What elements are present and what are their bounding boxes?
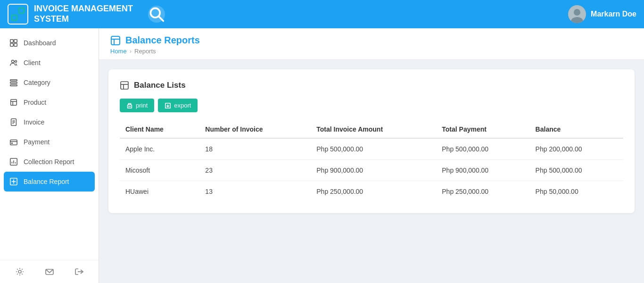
content-area: Balance Reports Home › Reports Balance L…: [99, 28, 644, 283]
print-label: print: [136, 102, 148, 109]
table-row: HUawei13Php 250,000.00Php 250,000.00Php …: [120, 181, 623, 202]
logout-icon: [74, 267, 84, 276]
col-client-name: Client Name: [120, 121, 199, 138]
mail-icon: [45, 267, 54, 276]
sidebar-label-payment: Payment: [24, 138, 50, 146]
collection-report-icon: [9, 158, 18, 166]
table-header-row: Client Name Number of Invoice Total Invo…: [120, 121, 623, 138]
svg-rect-16: [10, 82, 17, 83]
table-cell: HUawei: [120, 181, 199, 202]
table-cell: Php 250,000.00: [436, 181, 529, 202]
export-icon: [165, 102, 171, 109]
sidebar-item-balance-report[interactable]: Balance Report: [4, 172, 95, 191]
category-icon: [9, 78, 18, 87]
svg-line-5: [159, 17, 163, 21]
table-cell: Micosoft: [120, 160, 199, 181]
table-cell: 23: [199, 160, 311, 181]
svg-point-35: [18, 270, 21, 273]
card-title: Balance Lists: [120, 81, 623, 90]
app-name: INVOICE MANAGEMENT SYSTEM: [34, 4, 133, 24]
sidebar-label-balance-report: Balance Report: [24, 178, 69, 185]
export-button[interactable]: export: [158, 99, 198, 112]
svg-point-27: [12, 143, 13, 144]
sidebar-label-invoice: Invoice: [24, 118, 44, 126]
sidebar: Dashboard Client Category: [0, 28, 99, 283]
sidebar-item-product[interactable]: Product: [0, 92, 99, 112]
client-icon: [9, 58, 18, 67]
breadcrumb-home[interactable]: Home: [110, 48, 127, 55]
svg-rect-25: [10, 140, 17, 145]
logout-button[interactable]: [74, 267, 84, 276]
settings-icon: [15, 267, 25, 276]
table-cell: 13: [199, 181, 311, 202]
balance-report-icon: [9, 177, 18, 186]
sidebar-label-dashboard: Dashboard: [24, 39, 56, 47]
sidebar-label-product: Product: [24, 99, 46, 106]
sidebar-label-client: Client: [24, 59, 41, 67]
table-header: Client Name Number of Invoice Total Invo…: [120, 121, 623, 138]
payment-icon: [9, 138, 18, 146]
avatar: [568, 5, 586, 23]
page-title: Balance Reports: [110, 35, 633, 46]
table-row: Apple Inc.18Php 500,000.00Php 500,000.00…: [120, 138, 623, 160]
sidebar-label-collection-report: Collection Report: [24, 158, 74, 166]
product-icon: [9, 98, 18, 107]
svg-rect-11: [10, 43, 13, 46]
page-header: Balance Reports Home › Reports: [99, 28, 644, 60]
balance-lists-card: Balance Lists print: [108, 69, 635, 213]
svg-rect-1: [19, 8, 24, 13]
table-cell: Php 250,000.00: [311, 181, 436, 202]
col-balance: Balance: [530, 121, 623, 138]
svg-rect-2: [12, 15, 17, 20]
card-title-icon: [120, 81, 129, 90]
print-button[interactable]: print: [120, 99, 154, 112]
export-label: export: [174, 102, 191, 109]
svg-rect-38: [111, 36, 120, 45]
card-title-text: Balance Lists: [134, 81, 186, 90]
topbar-left: INVOICE MANAGEMENT SYSTEM: [8, 4, 165, 25]
table-cell: Php 900,000.00: [311, 160, 436, 181]
table-cell: Php 500,000.00: [311, 138, 436, 160]
svg-rect-17: [10, 85, 17, 86]
table-cell: Php 500,000.00: [436, 138, 529, 160]
balance-table: Client Name Number of Invoice Total Invo…: [120, 121, 623, 202]
sidebar-item-collection-report[interactable]: Collection Report: [0, 152, 99, 172]
sidebar-item-payment[interactable]: Payment: [0, 132, 99, 152]
mail-button[interactable]: [45, 267, 54, 276]
table-cell: Php 50,000.00: [530, 181, 623, 202]
table-cell: Apple Inc.: [120, 138, 199, 160]
sidebar-nav: Dashboard Client Category: [0, 28, 99, 196]
svg-rect-0: [12, 8, 17, 13]
svg-rect-9: [10, 40, 13, 42]
settings-button[interactable]: [15, 267, 25, 276]
svg-rect-15: [10, 80, 17, 81]
logo-box: [8, 4, 28, 25]
dashboard-icon: [9, 39, 18, 47]
table-cell: Php 200,000.00: [530, 138, 623, 160]
page-title-text: Balance Reports: [125, 35, 200, 46]
col-total-payment: Total Payment: [436, 121, 529, 138]
sidebar-footer: [0, 260, 99, 283]
sidebar-item-category[interactable]: Category: [0, 73, 99, 92]
topbar: INVOICE MANAGEMENT SYSTEM Markarn Doe: [0, 0, 644, 28]
breadcrumb: Home › Reports: [110, 48, 633, 55]
table-cell: Php 900,000.00: [436, 160, 529, 181]
user-name: Markarn Doe: [591, 10, 636, 18]
sidebar-item-client[interactable]: Client: [0, 53, 99, 73]
search-button[interactable]: [148, 6, 165, 23]
page-title-icon: [110, 35, 121, 46]
sidebar-label-category: Category: [24, 79, 50, 86]
svg-rect-41: [121, 82, 128, 89]
svg-rect-18: [11, 100, 17, 106]
table-row: Micosoft23Php 900,000.00Php 900,000.00Ph…: [120, 160, 623, 181]
action-buttons: print export: [120, 99, 623, 112]
breadcrumb-current: Reports: [134, 48, 156, 55]
table-body: Apple Inc.18Php 500,000.00Php 500,000.00…: [120, 138, 623, 202]
sidebar-item-dashboard[interactable]: Dashboard: [0, 33, 99, 53]
invoice-icon: [9, 118, 18, 126]
col-num-invoice: Number of Invoice: [199, 121, 311, 138]
svg-point-13: [12, 60, 14, 63]
breadcrumb-separator: ›: [130, 48, 132, 55]
table-cell: Php 500,000.00: [530, 160, 623, 181]
sidebar-item-invoice[interactable]: Invoice: [0, 112, 99, 132]
